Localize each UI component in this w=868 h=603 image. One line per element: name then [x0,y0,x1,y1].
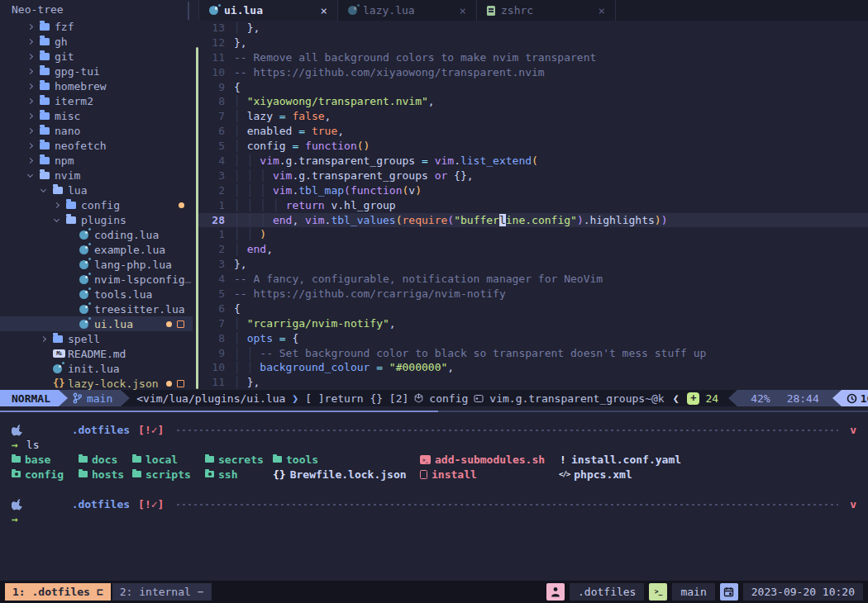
tab-lazy.lua[interactable]: lazy.lua× [338,0,477,21]
tree-file-tools.lua[interactable]: tools.lua [0,287,193,302]
code-lines: 13│ },12},11-- Remove all background col… [198,21,868,390]
chevron-right-icon [27,53,33,59]
tmux-datetime: 2023-09-20 10:20 [743,583,863,601]
tmux-window-1[interactable]: 1: .dotfiles ⊏ [5,583,111,601]
tree-file-README.md[interactable]: M↓README.md [0,346,193,361]
code-token: ) [260,228,266,240]
tree-file-ui.lua[interactable]: ui.lua [0,316,193,331]
tmux-pane-border[interactable] [0,411,868,412]
tmux-window-2[interactable]: 2: internal − [112,583,212,601]
clock-segment: 10:20 [842,390,868,406]
tree-folder-nvim[interactable]: nvim [0,168,193,183]
tree-file-init.lua[interactable]: init.lua [0,361,193,376]
chevron-right-icon [27,68,33,74]
code-token: , [389,317,396,330]
line-number: 9 [198,80,225,95]
folder-icon [40,68,50,75]
expander-icon[interactable] [26,144,40,148]
close-icon[interactable]: × [460,4,466,17]
lua-file-icon [79,230,88,240]
prompt-separator-dots [175,502,838,506]
expander-icon[interactable] [26,129,40,133]
code-line: 9│ │ -- Set background color to black so… [198,346,868,361]
tree-folder-plugins[interactable]: plugins [0,212,193,227]
expander-icon[interactable] [53,203,66,207]
folder-icon [40,157,50,164]
code-line: 1│ │ ) [198,227,868,242]
lua-file-icon [79,275,88,284]
expander-icon[interactable] [26,40,40,44]
tab-ui.lua[interactable]: ui.lua× [199,0,338,21]
tree-folder-gh[interactable]: gh [0,34,193,49]
code-token: vim [260,154,279,167]
line-number: 1 [198,198,225,213]
code-token: ) [577,214,584,226]
code-editor[interactable]: 13│ },12},11-- Remove all background col… [198,21,868,390]
git-status-badges [179,202,184,208]
tree-file-treesitter.lua[interactable]: treesitter.lua [0,302,193,316]
expander-icon[interactable] [26,69,40,74]
shell-pane[interactable]: .dotfiles [!✓] v → ls basedocslocalsecre… [0,417,868,581]
expander-icon[interactable] [26,174,40,177]
chevron-down-icon [54,216,60,221]
tree-folder-git[interactable]: git [0,49,193,64]
code-token: , [266,243,273,255]
active-prompt[interactable]: → [12,511,856,526]
tree-file-example.lua[interactable]: example.lua [0,242,193,257]
expander-icon[interactable] [26,84,40,88]
tree-item-label: misc [55,110,80,122]
tree-item-label: lazy-lock.json [68,377,159,390]
chevron-right-icon [41,335,46,341]
powerline-separator [728,390,737,406]
expander-icon[interactable] [53,219,66,221]
code-token: , [325,110,331,122]
ls-entry-local: local [132,452,205,467]
tree-folder-neofetch[interactable]: neofetch [0,138,193,153]
xml-code-icon: </> [559,470,570,478]
code-token: { [292,332,298,344]
indent-guides: │ │ [234,228,260,240]
chevron-right-icon [27,83,33,88]
expander-icon[interactable] [26,114,40,118]
tree-file-coding.lua[interactable]: coding.lua [0,227,193,242]
tab-zshrc[interactable]: zshrc× [477,0,616,21]
expander-icon[interactable] [26,25,40,29]
expander-icon[interactable] [26,159,40,163]
code-line: 5│ config = function() [198,139,868,154]
tree-folder-lua[interactable]: lua [0,183,193,197]
neo-tree-scrollbar-thumb[interactable] [188,2,189,20]
chevron-right-icon [27,112,33,118]
tree-file-lazy-lock.json[interactable]: {}lazy-lock.json [0,376,193,390]
code-token: ( [447,214,454,226]
tree-folder-fzf[interactable]: fzf [0,19,193,34]
code-line: 10│ │ background_colour = "#000000", [198,360,868,375]
code-token: ) [661,214,668,226]
expander-icon[interactable] [26,99,40,103]
tmux-window-1-label: 1: .dotfiles [12,586,90,598]
tree-folder-misc[interactable]: misc [0,108,193,123]
object-cube-icon [414,393,423,403]
expander-icon[interactable] [40,189,53,192]
tree-file-nvim-lspconfig[interactable]: nvim-lspconfig… [0,272,193,287]
chevron-right-icon [27,157,33,163]
tree-folder-homebrew[interactable]: homebrew [0,78,193,93]
ls-entry-name: add-submodules.sh [435,453,545,466]
ls-entry-name: tools [286,453,318,466]
close-icon[interactable]: × [599,4,605,17]
special-folder-icon [12,471,21,477]
scroll-position-segment: 42% 28:44 [737,390,832,406]
close-icon[interactable]: × [321,4,327,17]
tree-folder-iterm2[interactable]: iterm2 [0,93,193,108]
tree-file-lang-php.lua[interactable]: lang-php.lua [0,257,193,272]
tree-folder-gpg-tui[interactable]: gpg-tui [0,64,193,78]
command-line: → ls [12,437,856,452]
tree-folder-nano[interactable]: nano [0,123,193,138]
cursor-position: 28:44 [787,392,819,405]
tree-folder-config[interactable]: config [0,197,193,212]
expander-icon[interactable] [40,337,53,341]
tree-folder-spell[interactable]: spell [0,331,193,346]
tree-folder-npm[interactable]: npm [0,153,193,168]
tree-item-label: ui.lua [94,318,133,330]
expander-icon[interactable] [26,55,40,59]
tree-item-label: git [55,50,74,63]
